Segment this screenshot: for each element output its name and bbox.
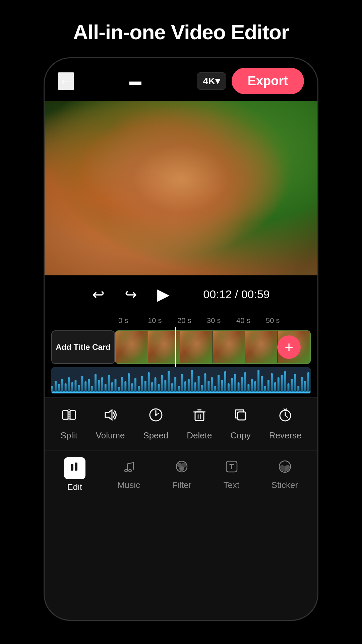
split-label: Split bbox=[60, 430, 77, 441]
video-preview bbox=[45, 101, 317, 275]
svg-rect-45 bbox=[198, 376, 200, 392]
undo-button[interactable]: ↩ bbox=[92, 286, 105, 303]
svg-rect-78 bbox=[307, 372, 309, 392]
current-time: 00:12 bbox=[203, 288, 232, 301]
redo-button[interactable]: ↪ bbox=[125, 286, 137, 303]
svg-rect-37 bbox=[171, 383, 173, 392]
nav-sticker[interactable]: Sticker bbox=[272, 459, 298, 490]
svg-rect-46 bbox=[201, 385, 203, 392]
svg-rect-74 bbox=[294, 374, 296, 392]
svg-rect-33 bbox=[158, 384, 160, 392]
add-more-button[interactable]: + bbox=[277, 335, 301, 359]
svg-rect-58 bbox=[241, 377, 243, 392]
svg-rect-49 bbox=[211, 377, 213, 392]
svg-rect-52 bbox=[221, 380, 223, 392]
ruler-mark-10: 10 s bbox=[148, 316, 177, 325]
volume-icon bbox=[103, 407, 118, 426]
audio-waveform bbox=[51, 367, 311, 394]
tool-speed[interactable]: Speed bbox=[143, 407, 168, 441]
playhead bbox=[175, 327, 176, 367]
timeline-track: Add Title Card + bbox=[45, 327, 317, 367]
svg-rect-41 bbox=[184, 381, 186, 392]
tool-volume[interactable]: Volume bbox=[96, 407, 125, 441]
strip-frame-5 bbox=[245, 331, 278, 363]
sticker-nav-label: Sticker bbox=[272, 480, 298, 490]
svg-rect-85 bbox=[195, 412, 204, 421]
reverse-label: Reverse bbox=[269, 430, 302, 441]
svg-rect-24 bbox=[128, 373, 130, 392]
tool-reverse[interactable]: Reverse bbox=[269, 407, 302, 441]
svg-rect-70 bbox=[281, 375, 283, 392]
svg-rect-42 bbox=[188, 379, 190, 392]
strip-frame-1 bbox=[116, 331, 148, 363]
svg-rect-68 bbox=[274, 382, 276, 392]
svg-rect-48 bbox=[207, 381, 209, 392]
nav-filter[interactable]: Filter bbox=[172, 459, 191, 490]
svg-rect-94 bbox=[75, 463, 77, 471]
svg-rect-93 bbox=[71, 464, 73, 471]
quality-badge[interactable]: 4K▾ bbox=[197, 72, 226, 90]
svg-rect-77 bbox=[304, 381, 306, 392]
battery-icon: ▬ bbox=[129, 74, 141, 88]
svg-rect-56 bbox=[234, 374, 236, 392]
filter-icon bbox=[174, 459, 189, 477]
sticker-icon bbox=[278, 459, 292, 477]
svg-rect-43 bbox=[191, 370, 193, 392]
svg-rect-12 bbox=[88, 379, 90, 392]
svg-rect-36 bbox=[168, 371, 170, 392]
waveform-svg bbox=[51, 367, 311, 394]
filter-nav-label: Filter bbox=[172, 480, 191, 490]
svg-rect-38 bbox=[174, 377, 176, 392]
timeline-ruler: 0 s 10 s 20 s 30 s 40 s 50 s bbox=[45, 316, 317, 327]
svg-rect-32 bbox=[155, 377, 157, 392]
text-nav-label: Text bbox=[224, 480, 240, 490]
nav-text[interactable]: T Text bbox=[224, 459, 240, 490]
svg-rect-60 bbox=[247, 384, 249, 392]
time-separator: / bbox=[232, 288, 241, 301]
tool-split[interactable]: Split bbox=[60, 407, 77, 441]
svg-rect-69 bbox=[278, 377, 280, 392]
svg-rect-80 bbox=[70, 411, 75, 419]
svg-rect-39 bbox=[178, 386, 180, 392]
add-title-card-button[interactable]: Add Title Card bbox=[51, 330, 115, 364]
reverse-icon bbox=[278, 407, 293, 426]
tool-copy[interactable]: Copy bbox=[230, 407, 251, 441]
svg-rect-9 bbox=[78, 385, 80, 392]
delete-icon bbox=[192, 407, 207, 426]
svg-rect-79 bbox=[63, 411, 68, 419]
svg-rect-64 bbox=[261, 376, 263, 392]
time-display: 00:12 / 00:59 bbox=[203, 288, 270, 301]
svg-rect-72 bbox=[288, 383, 290, 392]
svg-rect-73 bbox=[291, 379, 293, 392]
play-button[interactable]: ▶ bbox=[157, 285, 170, 304]
volume-label: Volume bbox=[96, 430, 125, 441]
svg-rect-47 bbox=[204, 373, 206, 392]
svg-rect-29 bbox=[144, 381, 146, 392]
tool-delete[interactable]: Delete bbox=[187, 407, 212, 441]
video-strip[interactable]: + bbox=[115, 330, 311, 364]
svg-rect-17 bbox=[105, 384, 107, 392]
nav-edit[interactable]: Edit bbox=[64, 457, 85, 492]
svg-text:T: T bbox=[229, 463, 234, 471]
nav-music[interactable]: Music bbox=[117, 459, 140, 490]
face-overlay bbox=[45, 101, 317, 275]
svg-rect-5 bbox=[65, 383, 67, 392]
svg-rect-10 bbox=[81, 376, 83, 392]
svg-rect-63 bbox=[257, 370, 259, 392]
export-button[interactable]: Export bbox=[232, 68, 304, 94]
music-icon bbox=[121, 459, 136, 477]
svg-rect-21 bbox=[118, 387, 120, 392]
svg-rect-50 bbox=[214, 386, 216, 392]
svg-rect-3 bbox=[58, 384, 60, 392]
svg-rect-27 bbox=[138, 386, 140, 392]
svg-rect-71 bbox=[284, 371, 286, 392]
top-bar: ← ▬ 4K▾ Export bbox=[45, 58, 317, 101]
svg-rect-6 bbox=[68, 377, 70, 392]
copy-icon bbox=[233, 407, 248, 426]
ruler-mark-50: 50 s bbox=[266, 316, 295, 325]
svg-rect-4 bbox=[61, 379, 63, 392]
back-button[interactable]: ← bbox=[58, 72, 74, 90]
phone-frame: ← ▬ 4K▾ Export ↩ ↪ ▶ 00:12 / 00:59 0 s 1… bbox=[44, 57, 318, 621]
svg-rect-34 bbox=[161, 375, 163, 392]
svg-rect-35 bbox=[164, 380, 166, 392]
